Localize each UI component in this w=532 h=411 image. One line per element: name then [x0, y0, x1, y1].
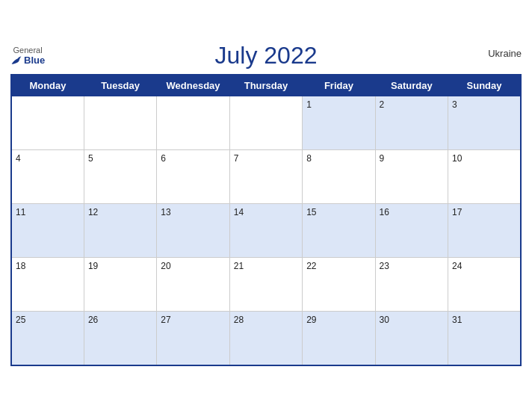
calendar-cell: 1 — [303, 96, 375, 150]
day-number: 29 — [306, 315, 316, 325]
day-number: 13 — [161, 207, 170, 217]
calendar-cell: 3 — [448, 96, 521, 150]
day-number: 24 — [452, 261, 462, 271]
month-title: July 2022 — [215, 42, 318, 69]
calendar-table: Monday Tuesday Wednesday Thursday Friday… — [10, 74, 522, 366]
day-number: 19 — [88, 261, 98, 271]
calendar-cell: 7 — [229, 150, 302, 204]
day-number: 23 — [380, 261, 389, 271]
calendar-cell: 27 — [157, 312, 229, 365]
calendar-cell: 8 — [303, 150, 375, 204]
day-number: 30 — [380, 315, 389, 325]
calendar-cell: 24 — [448, 258, 521, 312]
calendar-cell: 18 — [11, 258, 84, 312]
calendar-cell: 30 — [375, 312, 448, 365]
day-number: 16 — [380, 207, 389, 217]
calendar-cell: 25 — [11, 312, 84, 365]
day-number: 11 — [16, 207, 25, 217]
calendar-cell: 17 — [448, 204, 521, 258]
day-number: 26 — [88, 315, 98, 325]
day-number: 21 — [234, 261, 244, 271]
header-saturday: Saturday — [375, 75, 448, 96]
calendar-header: General Blue July 2022 Ukraine — [10, 42, 522, 69]
calendar-cell: 2 — [375, 96, 448, 150]
day-number: 6 — [161, 153, 166, 164]
day-number: 10 — [452, 153, 462, 164]
day-number: 20 — [161, 261, 170, 271]
calendar-container: General Blue July 2022 Ukraine Monday Tu… — [0, 34, 532, 377]
calendar-cell: 19 — [84, 258, 156, 312]
table-row: 11121314151617 — [11, 204, 521, 258]
day-number: 25 — [16, 315, 25, 325]
day-number: 31 — [452, 315, 462, 325]
header-monday: Monday — [11, 75, 84, 96]
day-number: 22 — [306, 261, 316, 271]
day-number: 14 — [234, 207, 244, 217]
day-number: 5 — [88, 153, 93, 164]
calendar-cell: 11 — [11, 204, 84, 258]
day-number: 28 — [234, 315, 244, 325]
calendar-cell: 5 — [84, 150, 156, 204]
calendar-cell — [84, 96, 156, 150]
day-number: 27 — [161, 315, 170, 325]
logo-blue: Blue — [10, 55, 45, 66]
table-row: 25262728293031 — [11, 312, 521, 365]
calendar-cell: 23 — [375, 258, 448, 312]
logo-bird-icon — [10, 55, 22, 66]
day-number: 15 — [306, 207, 316, 217]
calendar-cell: 16 — [375, 204, 448, 258]
calendar-cell: 29 — [303, 312, 375, 365]
logo: General Blue — [10, 46, 45, 66]
calendar-cell: 26 — [84, 312, 156, 365]
day-number: 4 — [16, 153, 21, 164]
weekday-header-row: Monday Tuesday Wednesday Thursday Friday… — [11, 75, 521, 96]
header-wednesday: Wednesday — [157, 75, 229, 96]
header-tuesday: Tuesday — [84, 75, 156, 96]
calendar-cell: 15 — [303, 204, 375, 258]
day-number: 17 — [452, 207, 462, 217]
country-label: Ukraine — [488, 48, 522, 59]
calendar-cell: 14 — [229, 204, 302, 258]
calendar-cell: 4 — [11, 150, 84, 204]
day-number: 1 — [306, 99, 312, 110]
header-thursday: Thursday — [229, 75, 302, 96]
table-row: 45678910 — [11, 150, 521, 204]
calendar-cell: 20 — [157, 258, 229, 312]
calendar-cell: 9 — [375, 150, 448, 204]
day-number: 2 — [380, 99, 385, 110]
header-sunday: Sunday — [448, 75, 521, 96]
logo-general: General — [13, 46, 43, 55]
table-row: 18192021222324 — [11, 258, 521, 312]
calendar-cell — [11, 96, 84, 150]
calendar-cell: 6 — [157, 150, 229, 204]
table-row: 123 — [11, 96, 521, 150]
day-number: 18 — [16, 261, 25, 271]
calendar-cell: 31 — [448, 312, 521, 365]
calendar-cell: 28 — [229, 312, 302, 365]
calendar-cell: 12 — [84, 204, 156, 258]
day-number: 3 — [452, 99, 457, 110]
day-number: 12 — [88, 207, 98, 217]
day-number: 7 — [234, 153, 239, 164]
calendar-cell: 13 — [157, 204, 229, 258]
calendar-cell: 21 — [229, 258, 302, 312]
calendar-cell — [157, 96, 229, 150]
day-number: 9 — [380, 153, 385, 164]
calendar-cell — [229, 96, 302, 150]
header-friday: Friday — [303, 75, 375, 96]
calendar-cell: 10 — [448, 150, 521, 204]
day-number: 8 — [306, 153, 312, 164]
calendar-cell: 22 — [303, 258, 375, 312]
